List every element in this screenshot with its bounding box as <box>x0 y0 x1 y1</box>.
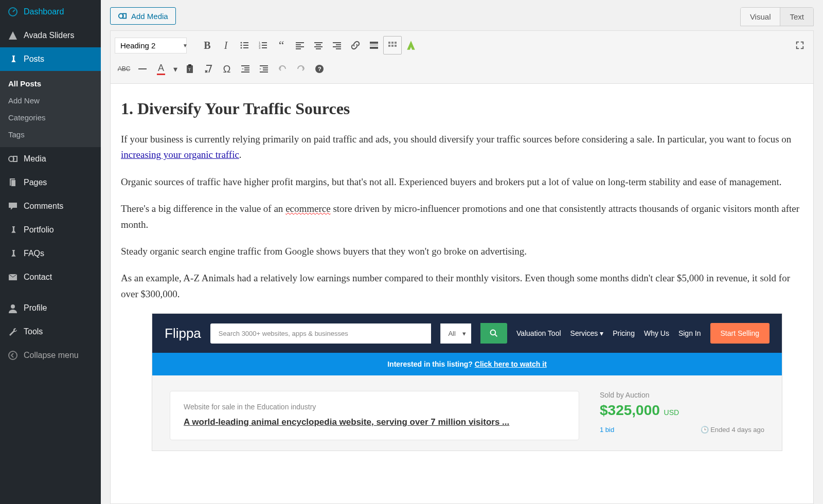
editor-content-area[interactable]: 1. Diversify Your Traffic Sources If you… <box>110 84 814 504</box>
clear-formatting-button[interactable] <box>199 60 218 78</box>
svg-text:?: ? <box>318 66 321 72</box>
paste-text-button[interactable]: T <box>181 60 199 78</box>
format-select[interactable]: Heading 2 <box>115 38 187 53</box>
sidebar-label: Tools <box>24 327 43 336</box>
sidebar-label: Dashboard <box>24 7 64 16</box>
sidebar-label: Avada Sliders <box>24 31 74 40</box>
blockquote-button[interactable]: “ <box>272 36 291 55</box>
help-button[interactable]: ? <box>310 60 329 78</box>
sidebar-label: Profile <box>24 303 47 313</box>
submenu-add-new[interactable]: Add New <box>0 92 101 109</box>
main-content: Add Media Visual Text Heading 2 B I 123 … <box>101 0 823 504</box>
flippa-nav-signin: Sign In <box>678 329 701 337</box>
editor-top-bar: Add Media Visual Text <box>101 0 823 30</box>
fullscreen-button[interactable] <box>791 36 809 55</box>
svg-rect-32 <box>336 44 341 45</box>
content-paragraph-4: Steady organic search engine traffic fro… <box>121 244 803 259</box>
submenu-tags[interactable]: Tags <box>0 126 101 143</box>
add-media-button[interactable]: Add Media <box>110 7 176 25</box>
align-right-button[interactable] <box>328 36 346 55</box>
svg-point-11 <box>241 42 242 44</box>
bold-button[interactable]: B <box>198 36 217 55</box>
sidebar-label: Posts <box>24 55 44 64</box>
submenu-all-posts[interactable]: All Posts <box>0 75 101 92</box>
sidebar-label: Media <box>24 154 46 164</box>
flippa-start-selling-button: Start Selling <box>710 323 770 344</box>
tab-text[interactable]: Text <box>780 8 813 26</box>
svg-rect-35 <box>370 42 378 44</box>
strikethrough-button[interactable]: ABC <box>115 60 133 78</box>
sidebar-item-profile[interactable]: Profile <box>0 296 101 320</box>
outdent-button[interactable] <box>236 60 255 78</box>
svg-rect-25 <box>296 46 304 47</box>
flippa-header: Flippa Search 3000+ websites, apps & bus… <box>152 314 782 353</box>
flippa-nav-valuation: Valuation Tool <box>516 329 561 337</box>
svg-point-13 <box>241 45 242 46</box>
sidebar-item-pages[interactable]: Pages <box>0 171 101 194</box>
sidebar-item-collapse[interactable]: Collapse menu <box>0 344 101 367</box>
sidebar-label: Contact <box>24 273 52 282</box>
indent-button[interactable] <box>255 60 273 78</box>
svg-rect-27 <box>314 42 323 43</box>
sidebar-item-tools[interactable]: Tools <box>0 320 101 344</box>
sidebar-item-dashboard[interactable]: Dashboard <box>0 0 101 24</box>
italic-button[interactable]: I <box>217 36 235 55</box>
toolbar-toggle-button[interactable] <box>383 36 402 55</box>
pin-icon <box>7 224 19 236</box>
svg-rect-48 <box>241 65 249 66</box>
svg-rect-20 <box>262 45 267 46</box>
content-paragraph-2: Organic sources of traffic have higher p… <box>121 174 803 190</box>
organic-traffic-link[interactable]: increasing your organic traffic <box>121 149 239 160</box>
numbered-list-button[interactable]: 123 <box>254 36 272 55</box>
svg-rect-38 <box>388 42 390 44</box>
flippa-nav-whyus: Why Us <box>644 329 669 337</box>
undo-button[interactable] <box>273 60 292 78</box>
sidebar-item-posts[interactable]: Posts <box>0 47 101 71</box>
svg-point-8 <box>9 351 17 359</box>
sidebar-item-faqs[interactable]: FAQs <box>0 242 101 265</box>
flippa-search-input: Search 3000+ websites, apps & businesses <box>210 323 432 344</box>
svg-point-15 <box>241 47 242 49</box>
avada-button[interactable] <box>402 36 420 55</box>
submenu-categories[interactable]: Categories <box>0 109 101 126</box>
svg-rect-51 <box>241 71 249 73</box>
bullet-list-button[interactable] <box>235 36 254 55</box>
svg-point-7 <box>11 304 15 309</box>
svg-rect-16 <box>243 47 248 48</box>
tab-visual[interactable]: Visual <box>741 8 781 26</box>
text-color-button[interactable]: A <box>152 60 170 78</box>
sidebar-item-contact[interactable]: Contact <box>0 265 101 289</box>
mail-icon <box>7 272 19 283</box>
flippa-price: $325,000 USD <box>600 402 764 419</box>
sidebar-item-avada-sliders[interactable]: Avada Sliders <box>0 24 101 47</box>
svg-rect-37 <box>370 47 378 49</box>
svg-rect-41 <box>388 45 390 47</box>
editor-toolbar: Heading 2 B I 123 “ ABC A ▾ T Ω <box>110 30 814 84</box>
align-left-button[interactable] <box>291 36 309 55</box>
collapse-icon <box>7 350 19 361</box>
content-paragraph-5: As an example, A-Z Animals had a relativ… <box>121 271 803 302</box>
flippa-watch-link: Click here to watch it <box>475 360 547 368</box>
link-button[interactable] <box>346 36 365 55</box>
svg-rect-44 <box>138 68 147 69</box>
sidebar-item-comments[interactable]: Comments <box>0 194 101 218</box>
svg-rect-55 <box>260 71 268 73</box>
user-icon <box>7 302 19 314</box>
flippa-auction-label: Sold by Auction <box>600 391 764 399</box>
read-more-button[interactable] <box>365 36 383 55</box>
svg-rect-18 <box>262 42 267 43</box>
sidebar-label: FAQs <box>24 249 44 258</box>
align-center-button[interactable] <box>309 36 328 55</box>
svg-rect-26 <box>296 48 301 49</box>
sidebar-item-portfolio[interactable]: Portfolio <box>0 218 101 242</box>
text-color-dropdown[interactable]: ▾ <box>170 60 181 78</box>
svg-rect-54 <box>263 69 268 70</box>
svg-rect-28 <box>316 44 321 45</box>
redo-button[interactable] <box>292 60 310 78</box>
add-media-label: Add Media <box>131 12 168 21</box>
svg-rect-49 <box>244 67 249 68</box>
flippa-nav-pricing: Pricing <box>613 329 635 337</box>
special-character-button[interactable]: Ω <box>218 60 236 78</box>
horizontal-rule-button[interactable] <box>133 60 152 78</box>
sidebar-item-media[interactable]: Media <box>0 147 101 171</box>
